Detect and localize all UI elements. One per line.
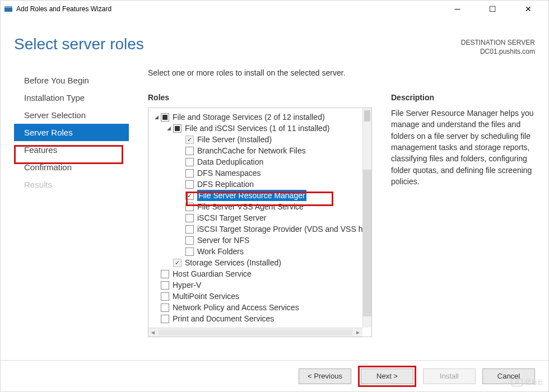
role-label: File Server VSS Agent Service — [197, 201, 304, 212]
maximize-button[interactable]: ☐ — [480, 1, 505, 17]
role-checkbox[interactable] — [185, 180, 194, 189]
install-button[interactable]: Install — [423, 368, 476, 384]
role-label: DFS Namespaces — [197, 167, 261, 179]
roles-tree-viewport: ◢File and Storage Services (2 of 12 inst… — [148, 108, 362, 328]
expand-caret-icon[interactable]: ◢ — [153, 111, 160, 123]
role-label: Print and Document Services — [173, 313, 274, 324]
sidebar-item-before-you-begin[interactable]: Before You Begin — [14, 72, 129, 89]
role-checkbox[interactable] — [161, 304, 169, 312]
role-label: iSCSI Target Storage Provider (VDS and V… — [197, 223, 362, 235]
tree-node[interactable]: File Server Resource Manager — [153, 190, 362, 201]
tree-node[interactable]: Server for NFS — [153, 235, 362, 246]
sidebar-item-confirmation[interactable]: Confirmation — [14, 158, 129, 176]
tree-node[interactable]: Host Guardian Service — [153, 268, 362, 279]
tree-node[interactable]: DFS Replication — [153, 179, 362, 190]
sidebar-item-installation-type[interactable]: Installation Type — [14, 89, 129, 106]
roles-heading: Roles — [148, 93, 372, 102]
content-area: Select server roles DESTINATION SERVER D… — [1, 17, 548, 360]
role-checkbox[interactable] — [161, 292, 169, 301]
role-label: File Server Resource Manager — [197, 190, 306, 201]
role-label: Hyper-V — [173, 279, 201, 291]
titlebar: Add Roles and Features Wizard ─ ☐ ✕ — [1, 1, 548, 17]
tree-node[interactable]: ◢File and iSCSI Services (1 of 11 instal… — [153, 123, 362, 134]
destination-value: DC01.pushits.com — [461, 48, 535, 57]
tree-node[interactable]: Print and Document Services — [153, 313, 362, 324]
previous-button[interactable]: < Previous — [299, 368, 351, 384]
scroll-track[interactable] — [363, 170, 371, 316]
header-row: Select server roles DESTINATION SERVER D… — [14, 35, 535, 56]
role-checkbox[interactable] — [185, 248, 194, 256]
destination-server: DESTINATION SERVER DC01.pushits.com — [461, 39, 535, 56]
sidebar-item-server-roles[interactable]: Server Roles — [14, 124, 129, 141]
role-label: File and Storage Services (2 of 12 insta… — [173, 111, 325, 123]
scroll-right-arrow[interactable]: ► — [353, 329, 362, 335]
svg-rect-1 — [4, 6, 12, 8]
role-label: MultiPoint Services — [173, 291, 239, 302]
window-title: Add Roles and Features Wizard — [16, 5, 445, 13]
role-checkbox[interactable] — [185, 225, 194, 234]
role-checkbox[interactable] — [185, 147, 194, 155]
role-label: iSCSI Target Server — [197, 212, 266, 223]
role-label: File Server (Installed) — [197, 134, 272, 145]
tree-node[interactable]: Data Deduplication — [153, 156, 362, 167]
wizard-sidebar: Before You BeginInstallation TypeServer … — [14, 68, 129, 360]
role-checkbox[interactable] — [185, 169, 194, 178]
tree-node[interactable]: File Server VSS Agent Service — [153, 201, 362, 212]
role-label: Work Folders — [197, 246, 244, 257]
role-checkbox — [173, 259, 182, 267]
scroll-thumb[interactable] — [364, 110, 370, 122]
close-button[interactable]: ✕ — [515, 1, 541, 17]
role-checkbox[interactable] — [173, 124, 182, 133]
role-checkbox[interactable] — [185, 214, 194, 222]
role-label: Network Policy and Access Services — [173, 302, 299, 313]
tree-node[interactable]: ◢File and Storage Services (2 of 12 inst… — [153, 111, 362, 123]
tree-node[interactable]: Storage Services (Installed) — [153, 257, 362, 268]
roles-area: Select one or more roles to install on t… — [129, 68, 535, 360]
expand-caret-icon[interactable]: ◢ — [165, 123, 172, 134]
tree-node[interactable]: Work Folders — [153, 246, 362, 257]
wizard-footer: < Previous Next > Install Cancel — [1, 360, 548, 391]
watermark: ʘ 亿速云 — [511, 378, 543, 386]
watermark-icon: ʘ — [511, 379, 523, 386]
role-checkbox[interactable] — [161, 281, 169, 290]
description-column: Description File Server Resource Manager… — [391, 93, 535, 360]
description-text: File Server Resource Manager helps you m… — [391, 108, 535, 187]
main-area: Before You BeginInstallation TypeServer … — [14, 68, 535, 360]
hscroll-track[interactable] — [159, 330, 352, 335]
roles-column: Roles ◢File and Storage Services (2 of 1… — [148, 93, 372, 360]
watermark-text: 亿速云 — [525, 378, 543, 386]
tree-node[interactable]: Hyper-V — [153, 279, 362, 291]
tree-node[interactable]: iSCSI Target Server — [153, 212, 362, 223]
highlight-annotation-next: Next > — [358, 366, 416, 387]
roles-tree-container: ◢File and Storage Services (2 of 12 inst… — [148, 108, 372, 337]
role-label: DFS Replication — [197, 179, 254, 190]
next-button[interactable]: Next > — [361, 368, 413, 384]
role-checkbox[interactable] — [185, 192, 194, 200]
role-checkbox[interactable] — [185, 236, 194, 245]
horizontal-scrollbar[interactable]: ◄ ► — [148, 328, 362, 337]
role-checkbox[interactable] — [161, 270, 169, 278]
tree-node[interactable]: iSCSI Target Storage Provider (VDS and V… — [153, 223, 362, 235]
instruction-text: Select one or more roles to install on t… — [148, 68, 535, 77]
tree-node[interactable]: BranchCache for Network Files — [153, 145, 362, 156]
description-heading: Description — [391, 93, 535, 102]
tree-node[interactable]: DFS Namespaces — [153, 167, 362, 179]
role-label: BranchCache for Network Files — [197, 145, 306, 156]
columns: Roles ◢File and Storage Services (2 of 1… — [148, 93, 535, 360]
sidebar-item-features[interactable]: Features — [14, 141, 129, 158]
roles-tree: ◢File and Storage Services (2 of 12 inst… — [148, 108, 362, 328]
minimize-button[interactable]: ─ — [445, 1, 470, 17]
role-checkbox — [185, 136, 194, 144]
role-label: File and iSCSI Services (1 of 11 install… — [185, 123, 329, 134]
role-checkbox[interactable] — [185, 158, 194, 166]
tree-node[interactable]: Network Policy and Access Services — [153, 302, 362, 313]
sidebar-item-server-selection[interactable]: Server Selection — [14, 106, 129, 124]
role-checkbox[interactable] — [161, 113, 169, 122]
role-label: Data Deduplication — [197, 156, 263, 167]
vertical-scrollbar[interactable] — [362, 108, 371, 328]
tree-node[interactable]: MultiPoint Services — [153, 291, 362, 302]
tree-node[interactable]: File Server (Installed) — [153, 134, 362, 145]
scroll-left-arrow[interactable]: ◄ — [148, 329, 157, 335]
role-checkbox[interactable] — [185, 203, 194, 211]
role-checkbox[interactable] — [161, 315, 169, 323]
